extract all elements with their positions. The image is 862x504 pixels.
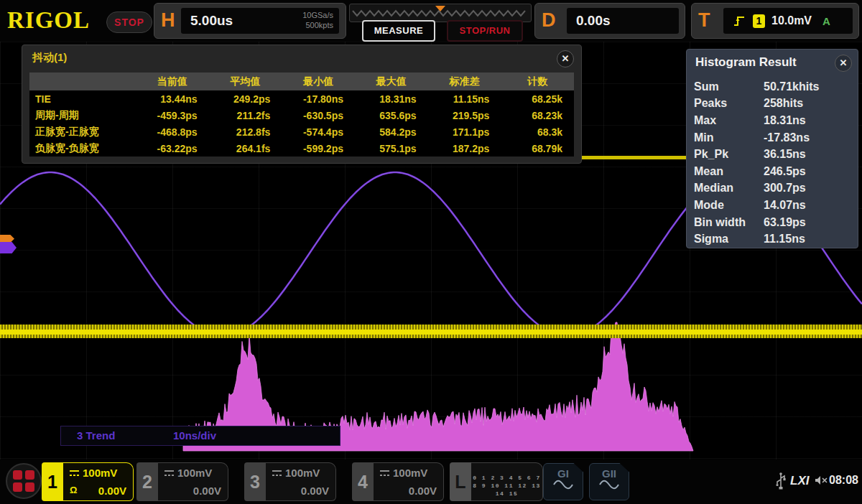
trigger-position-marker[interactable] bbox=[435, 6, 445, 11]
measure-value: 635.6ps bbox=[355, 110, 428, 121]
stat-label: Mode bbox=[694, 199, 764, 212]
measure-value: -599.2ps bbox=[282, 143, 355, 154]
column-header: 当前值 bbox=[136, 75, 209, 88]
stat-label: Mean bbox=[694, 165, 764, 178]
measure-value: -63.22ps bbox=[136, 143, 209, 154]
generator-2-box[interactable]: GII bbox=[589, 463, 629, 500]
clock-time: 08:08 bbox=[829, 474, 858, 487]
preview-zigzag bbox=[350, 4, 529, 20]
channel-number-tab[interactable]: 1 bbox=[42, 462, 63, 501]
histogram-stat-row: Sigma11.15ns bbox=[694, 230, 853, 248]
jitter-panel-title: 抖动(1) bbox=[32, 51, 67, 65]
histogram-stat-row: Min-17.83ns bbox=[694, 129, 853, 146]
channel-number-tab[interactable]: 2 bbox=[136, 462, 158, 501]
channel-offset: 0.00V bbox=[409, 485, 437, 497]
histogram-stat-row: Mean246.5ps bbox=[694, 163, 853, 180]
dc-coupling-icon bbox=[380, 470, 389, 477]
histogram-result-panel: Histogram Result ✕ Sum50.71khitsPeaks258… bbox=[686, 49, 858, 248]
measure-item-label: 负脉宽-负脉宽 bbox=[29, 142, 136, 155]
stat-label: Median bbox=[694, 182, 764, 195]
stat-label: Min bbox=[694, 131, 764, 144]
acquisition-info: 10GSa/s 500kpts bbox=[302, 10, 333, 30]
generator-1-box[interactable]: GI bbox=[543, 463, 583, 500]
measure-value: 68.23k bbox=[501, 110, 574, 121]
delay-group[interactable]: D 0.00s bbox=[534, 3, 685, 39]
channel-scale: 100mV bbox=[285, 467, 320, 479]
trigger-sweep-mode: A bbox=[822, 15, 830, 27]
stat-value: 300.7ps bbox=[764, 182, 853, 195]
sine-icon bbox=[598, 480, 620, 490]
histogram-rows: Sum50.71khitsPeaks258hitsMax18.31nsMin-1… bbox=[694, 78, 853, 248]
trigger-group[interactable]: T 1 10.0mV A bbox=[691, 3, 859, 39]
channel-1-box[interactable]: 1100mVΩ0.00V bbox=[42, 462, 134, 501]
trigger-level-value: 10.0mV bbox=[771, 14, 812, 27]
dc-coupling-icon bbox=[164, 470, 174, 477]
channel-number-tab[interactable]: 4 bbox=[352, 462, 374, 501]
dc-coupling-icon bbox=[70, 470, 79, 477]
generator-2-label: GII bbox=[590, 467, 629, 480]
stat-value: 14.07ns bbox=[764, 199, 853, 212]
measure-value: 211.2fs bbox=[209, 110, 282, 121]
speaker-muted-icon[interactable] bbox=[814, 475, 828, 488]
stat-value: 18.31ns bbox=[764, 114, 853, 127]
measure-value: 171.1ps bbox=[428, 126, 501, 138]
horizontal-label: H bbox=[161, 9, 175, 32]
column-header: 标准差 bbox=[428, 75, 501, 88]
channel-number-tab[interactable]: 3 bbox=[244, 462, 266, 501]
trigger-slope-icon bbox=[732, 14, 746, 28]
histogram-stat-row: Peaks258hits bbox=[694, 95, 853, 113]
measure-value: 219.5ps bbox=[428, 110, 501, 121]
horizontal-scale-group[interactable]: H 5.00us 10GSa/s 500kpts bbox=[154, 3, 346, 39]
measure-value: 575.1ps bbox=[355, 143, 428, 154]
sine-icon bbox=[552, 480, 574, 490]
digital-row-1: 0 1 2 3 4 5 6 7 bbox=[471, 474, 542, 482]
digital-channels-box[interactable]: L 0 1 2 3 4 5 6 7 8 9 10 11 12 13 14 15 bbox=[450, 462, 543, 501]
column-header: 最小值 bbox=[282, 75, 355, 88]
jitter-table: 当前值平均值最小值最大值标准差计数TIE13.44ns249.2ps-17.80… bbox=[29, 73, 574, 157]
delay-value: 0.00s bbox=[576, 13, 611, 29]
measure-value: 13.44ns bbox=[136, 93, 209, 105]
channel-offset: 0.00V bbox=[193, 485, 221, 497]
channel-2-box[interactable]: 2100mV0.00V bbox=[136, 462, 228, 501]
histogram-stat-row: Pk_Pk36.15ns bbox=[694, 146, 853, 163]
column-header: 平均值 bbox=[209, 75, 282, 88]
channel-3-box[interactable]: 3100mV0.00V bbox=[244, 462, 336, 501]
column-header: 计数 bbox=[501, 75, 574, 88]
usb-icon bbox=[776, 471, 786, 494]
measure-value: -630.5ps bbox=[282, 110, 355, 121]
measure-value: 11.15ns bbox=[428, 93, 501, 105]
histogram-stat-row: Bin width63.19ps bbox=[694, 214, 853, 231]
jitter-row: 正脉宽-正脉宽-468.8ps212.8fs-574.4ps584.2ps171… bbox=[29, 123, 574, 140]
stat-label: Max bbox=[694, 114, 764, 127]
run-state-badge[interactable]: STOP bbox=[106, 11, 152, 33]
stat-label: Sum bbox=[694, 80, 764, 93]
close-icon[interactable]: ✕ bbox=[557, 50, 574, 67]
histogram-panel-title: Histogram Result bbox=[695, 55, 797, 70]
stat-value: 11.15ns bbox=[764, 233, 853, 246]
measure-value: 68.3k bbox=[501, 126, 574, 138]
memory-depth: 500kpts bbox=[302, 20, 333, 30]
timebase-value: 5.00us bbox=[190, 13, 233, 29]
trigger-source-badge: 1 bbox=[753, 14, 765, 28]
measure-item-label: 周期-周期 bbox=[29, 109, 136, 122]
measure-value: -459.3ps bbox=[136, 110, 209, 121]
histogram-stat-row: Sum50.71khits bbox=[694, 78, 853, 95]
trend-scale-label: 10ns/div bbox=[173, 429, 216, 442]
jitter-row: 周期-周期-459.3ps211.2fs-630.5ps635.6ps219.5… bbox=[29, 107, 574, 123]
stat-label: Pk_Pk bbox=[694, 148, 764, 161]
stat-label: Peaks bbox=[694, 97, 764, 110]
digital-label: L bbox=[450, 462, 471, 501]
histogram-stat-row: Max18.31ns bbox=[694, 112, 853, 129]
channel-offset: 0.00V bbox=[98, 485, 126, 497]
close-icon[interactable]: ✕ bbox=[835, 55, 852, 72]
trend-info-box: 3 Trend 10ns/div bbox=[60, 426, 340, 446]
channel-4-box[interactable]: 4100mV0.00V bbox=[352, 462, 444, 501]
measure-item-label: TIE bbox=[29, 93, 136, 105]
measure-button[interactable]: MEASURE bbox=[362, 20, 435, 42]
menu-button[interactable] bbox=[6, 463, 42, 499]
measure-value: 584.2ps bbox=[355, 126, 428, 138]
histogram-stat-row: Median300.7ps bbox=[694, 180, 853, 197]
stat-label: Sigma bbox=[694, 233, 764, 246]
stop-run-button[interactable]: STOP/RUN bbox=[447, 20, 523, 42]
jitter-table-header: 当前值平均值最小值最大值标准差计数 bbox=[29, 73, 574, 90]
